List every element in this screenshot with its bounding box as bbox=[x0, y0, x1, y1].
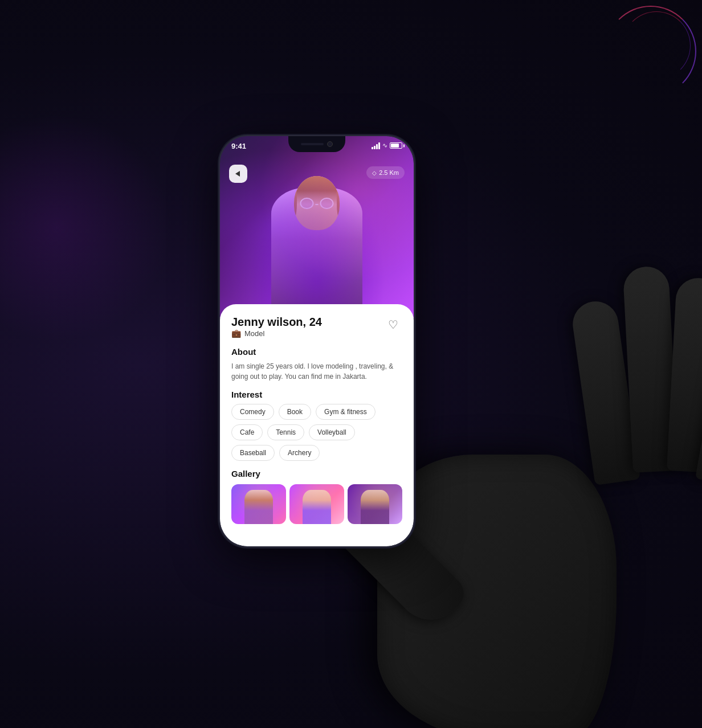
back-button[interactable] bbox=[229, 165, 247, 183]
phone-screen: 9:41 ∿ bbox=[220, 136, 414, 546]
signal-icon bbox=[372, 142, 380, 149]
about-title: About bbox=[231, 347, 402, 357]
location-icon: ◇ bbox=[372, 170, 377, 176]
speaker bbox=[301, 143, 324, 145]
about-text: I am single 25 years old. I love modelin… bbox=[231, 361, 402, 382]
profession-row: 💼 Model bbox=[231, 329, 322, 338]
bg-glow-2 bbox=[417, 500, 588, 671]
phone-notch bbox=[288, 136, 345, 152]
gallery-title: Gallery bbox=[231, 469, 402, 478]
interest-tag-baseball[interactable]: Baseball bbox=[231, 445, 275, 461]
phone-mockup: 9:41 ∿ bbox=[220, 136, 414, 546]
bg-glow-1 bbox=[0, 114, 171, 342]
phone-frame: 9:41 ∿ bbox=[220, 136, 414, 546]
interest-tag-gym[interactable]: Gym & fitness bbox=[316, 404, 376, 420]
status-icons: ∿ bbox=[372, 142, 402, 149]
gallery-section: Gallery bbox=[231, 469, 402, 524]
status-time: 9:41 bbox=[231, 142, 246, 150]
gallery-thumb-2[interactable] bbox=[289, 484, 344, 524]
like-button[interactable]: ♡ bbox=[384, 316, 402, 334]
interest-tag-archery[interactable]: Archery bbox=[279, 445, 320, 461]
profession-label: Model bbox=[244, 329, 264, 338]
profession-icon: 💼 bbox=[231, 329, 241, 338]
wifi-icon: ∿ bbox=[382, 142, 387, 149]
interest-title: Interest bbox=[231, 390, 402, 399]
photo-dot-2[interactable] bbox=[312, 308, 316, 312]
deco-circle-inner bbox=[622, 11, 691, 80]
heart-icon: ♡ bbox=[388, 318, 398, 332]
profile-name: Jenny wilson, 24 bbox=[231, 316, 322, 329]
gallery-thumb-1[interactable] bbox=[231, 484, 286, 524]
interest-section: Interest Comedy Book Gym & fitness Cafe … bbox=[231, 390, 402, 461]
gallery-grid bbox=[231, 484, 402, 524]
interest-tag-volleyball[interactable]: Volleyball bbox=[309, 424, 355, 440]
about-section: About I am single 25 years old. I love m… bbox=[231, 347, 402, 382]
interest-tag-tennis[interactable]: Tennis bbox=[267, 424, 304, 440]
distance-text: 2.5 Km bbox=[379, 169, 399, 176]
distance-badge: ◇ 2.5 Km bbox=[366, 166, 405, 179]
interest-tag-cafe[interactable]: Cafe bbox=[231, 424, 263, 440]
card-header: Jenny wilson, 24 💼 Model ♡ bbox=[231, 316, 402, 345]
gallery-thumb-3[interactable] bbox=[348, 484, 402, 524]
photo-dot-5[interactable] bbox=[331, 308, 334, 312]
photo-dot-4[interactable] bbox=[325, 308, 328, 312]
interest-tag-book[interactable]: Book bbox=[279, 404, 311, 420]
photo-dot-1[interactable] bbox=[299, 308, 309, 312]
photo-dot-3[interactable] bbox=[319, 308, 322, 312]
interest-tag-comedy[interactable]: Comedy bbox=[231, 404, 274, 420]
battery-icon bbox=[390, 142, 402, 149]
photo-indicators bbox=[299, 308, 334, 312]
profile-card: Jenny wilson, 24 💼 Model ♡ About I am si… bbox=[220, 304, 414, 546]
back-arrow-icon bbox=[235, 171, 240, 177]
interest-tags: Comedy Book Gym & fitness Cafe Tennis Vo… bbox=[231, 404, 402, 461]
front-camera bbox=[327, 141, 333, 147]
